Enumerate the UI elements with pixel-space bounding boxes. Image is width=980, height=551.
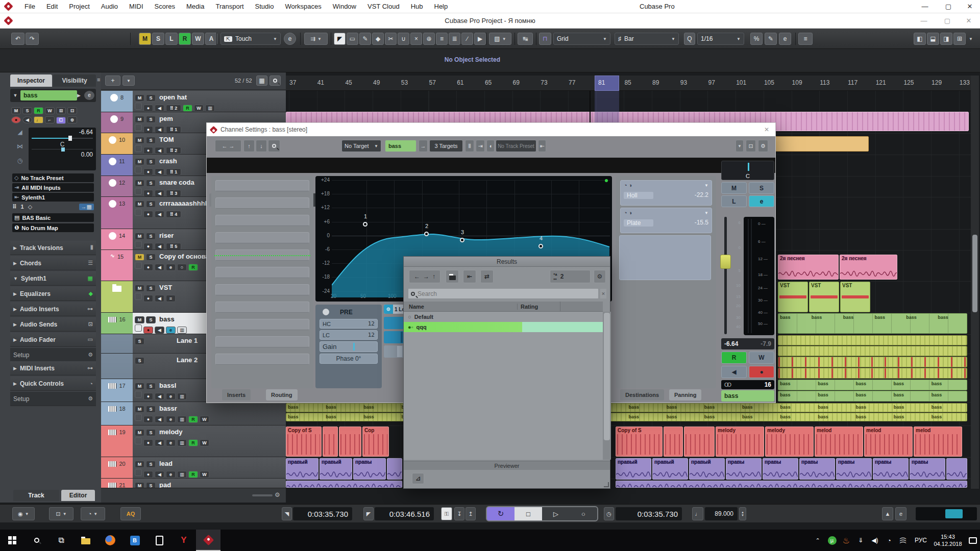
output-chain-icon[interactable]: ⇥	[476, 140, 485, 152]
track-row-open-hat[interactable]: 8MSopen hat●◀⠿ 2RW▥	[101, 91, 286, 112]
undo-icon[interactable]: ↶	[11, 33, 24, 45]
midi-channel-badge[interactable]: ⠿ 1	[166, 126, 181, 133]
drum-map-icon[interactable]: ▥	[205, 105, 215, 112]
close-icon[interactable]: ✕	[959, 13, 979, 28]
track-color-strip[interactable]: 20	[101, 457, 133, 478]
primary-time-display[interactable]: 0:03:35.730	[616, 507, 682, 520]
mute-button[interactable]: M	[135, 158, 144, 165]
monitor-button[interactable]: ◀	[155, 147, 164, 154]
monitor-button[interactable]: ◀	[155, 295, 164, 302]
zoom-slider[interactable]	[252, 494, 273, 496]
record-button[interactable]: ○	[570, 507, 597, 520]
quantize-select[interactable]: 1/16 ▼	[697, 33, 744, 45]
menu-transport[interactable]: Transport	[210, 3, 249, 10]
version-box[interactable]	[135, 262, 142, 269]
midi-channel-badge[interactable]: ⠿ 5	[166, 243, 181, 250]
window-zones-left-icon[interactable]: ◧	[914, 33, 926, 45]
section-track-versions[interactable]: ▶Track Versions⫴	[10, 241, 96, 255]
tool-glue[interactable]: ∪	[398, 33, 409, 45]
vertical-scrollbar[interactable]	[971, 76, 979, 489]
clear-search-icon[interactable]: ✕	[600, 288, 607, 299]
tool-range-selection[interactable]: ▭	[347, 33, 358, 45]
autoscroll-button[interactable]: ⇉ ▼	[304, 33, 328, 45]
lane-icon[interactable]: ⊟	[67, 107, 77, 114]
clip-stripes2[interactable]	[778, 368, 967, 379]
insert-slot-8[interactable]	[215, 302, 309, 313]
clip-vst[interactable]: VST	[809, 282, 839, 312]
track-color-strip[interactable]: 17	[101, 379, 133, 402]
write-button[interactable]: W	[194, 105, 204, 112]
version-box[interactable]	[135, 414, 142, 421]
tool-time-warp[interactable]: ≣	[449, 33, 460, 45]
menu-file[interactable]: File	[19, 3, 41, 10]
clip-copy-of-s[interactable]: Copy of S	[286, 427, 322, 457]
snap-icon[interactable]: ⊓	[539, 33, 551, 45]
midi-channel-badge[interactable]: ⠿ 4	[166, 211, 181, 218]
midi-channel-value[interactable]: 1	[21, 204, 24, 210]
send-name[interactable]: Holl	[624, 192, 653, 199]
solo-button[interactable]: S	[146, 316, 156, 323]
mute-button[interactable]: M	[11, 107, 21, 114]
monitor-button[interactable]: ◀	[155, 264, 164, 271]
rewind-preset-icon[interactable]: ⇤	[538, 140, 546, 152]
menu-midi[interactable]: MIDI	[124, 3, 149, 10]
lock-icon[interactable]: ⚿	[441, 507, 452, 520]
mixer-icon[interactable]: ⫴	[465, 140, 474, 152]
quantize-icon[interactable]: Q	[684, 33, 695, 45]
clip-purple[interactable]	[616, 481, 967, 488]
record-enable-button[interactable]: ●	[143, 393, 153, 400]
solo-button[interactable]: S	[146, 429, 156, 436]
record-enable-button[interactable]: ●	[143, 147, 153, 154]
browse-containers-button[interactable]	[446, 270, 459, 283]
tool-draw[interactable]: ✎	[359, 33, 371, 45]
mute-button[interactable]: M	[135, 116, 144, 123]
hc-field[interactable]: HC12	[320, 319, 378, 329]
clip-2я-песнея[interactable]: 2я песнея2я песнея	[840, 255, 897, 280]
menu-hub[interactable]: Hub	[405, 3, 429, 10]
tempo-track-icon[interactable]: ♩	[692, 507, 703, 520]
version-box[interactable]	[135, 241, 142, 248]
solo-button[interactable]: S	[146, 254, 156, 261]
clip-purple[interactable]	[286, 481, 402, 488]
track-color-strip[interactable]: ∿15	[101, 250, 133, 281]
start-button[interactable]	[0, 530, 24, 551]
dialog-title-bar[interactable]: Channel Settings : bass [stereo] ✕	[207, 123, 775, 136]
clip-melod[interactable]: melod	[864, 427, 913, 457]
solo-button[interactable]: S	[146, 116, 156, 123]
chevron-down-icon[interactable]: ▼	[736, 140, 744, 152]
clip-vst[interactable]: VST	[778, 282, 808, 312]
time-format-icon[interactable]: ◷	[604, 507, 614, 520]
record-enable-button[interactable]: ●	[143, 168, 153, 176]
solo-button[interactable]: S	[146, 158, 156, 165]
clip-bass[interactable]: bassbassbassbassbass	[778, 391, 967, 402]
clip-melody[interactable]: melody	[765, 427, 814, 457]
edit-channel-icon[interactable]: e	[166, 264, 176, 271]
insert-slot-6[interactable]	[215, 267, 309, 278]
clip-stripes[interactable]	[778, 335, 967, 345]
column-rating[interactable]: Rating	[517, 304, 560, 310]
write-button[interactable]: W	[200, 416, 209, 423]
edit-channel-icon[interactable]: e	[166, 416, 176, 423]
tool-play[interactable]: ▶	[474, 33, 486, 45]
record-mode-button[interactable]: ◉ ▼	[12, 507, 35, 520]
mute-button[interactable]: M	[135, 406, 144, 413]
arrow-right-icon[interactable]: →	[419, 140, 428, 152]
eq-band-point-4[interactable]	[538, 244, 543, 248]
monitor-button[interactable]: ◀	[155, 126, 164, 133]
insert-slot-2[interactable]	[215, 197, 309, 209]
section-chords[interactable]: ▶Chords☰	[10, 256, 96, 270]
insert-slot-7[interactable]	[215, 284, 309, 295]
strip-record-button[interactable]: ●	[749, 366, 774, 378]
nav-back-forward[interactable]: ← →	[215, 140, 241, 152]
metronome-icon[interactable]: ▲	[882, 507, 893, 520]
monitor-button[interactable]: ◀	[155, 190, 164, 197]
clip-red[interactable]	[684, 427, 715, 457]
clip-copy-of-s[interactable]: Copy of S	[616, 427, 663, 457]
monitor-button[interactable]: ◀	[155, 416, 164, 423]
clip-правы[interactable]: правыправы	[799, 458, 835, 480]
cycle-button[interactable]: ↻	[487, 507, 514, 520]
folder-contents-icon[interactable]: ≡	[166, 295, 176, 302]
gear-icon[interactable]: ⚙	[275, 491, 280, 498]
eq-active-led[interactable]	[605, 179, 608, 182]
mute-button[interactable]: M	[135, 94, 144, 102]
